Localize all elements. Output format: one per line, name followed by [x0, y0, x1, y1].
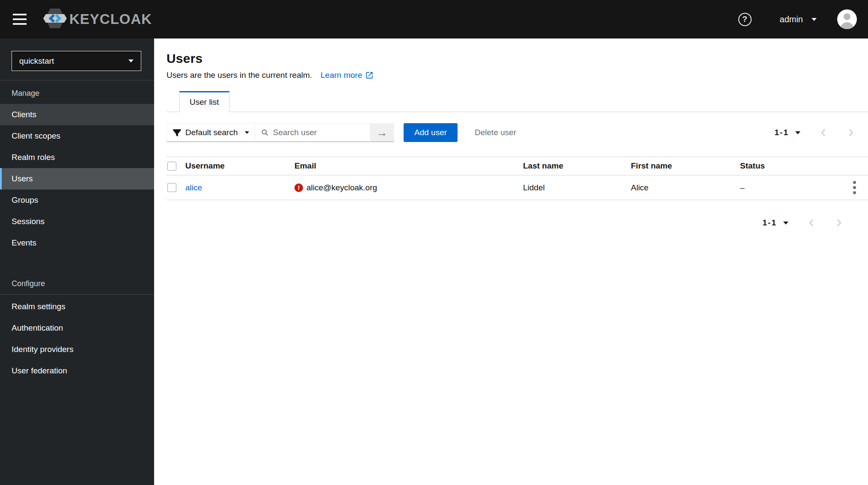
- email-cell: ! alice@keycloak.org: [294, 183, 523, 192]
- page-header: Users Users are the users in the current…: [166, 38, 868, 80]
- brand-wordmark: KEYCLOAK: [69, 11, 152, 27]
- column-header-status: Status: [740, 161, 841, 171]
- email-text: alice@keycloak.org: [306, 183, 377, 192]
- add-user-button[interactable]: Add user: [404, 123, 458, 142]
- chevron-down-icon: [245, 131, 249, 134]
- pagination-top: 1-1: [775, 128, 855, 137]
- table-row: alice ! alice@keycloak.org Liddel Alice …: [166, 175, 868, 200]
- toolbar: Default search → Add user Delete user 1-…: [166, 123, 868, 142]
- column-header-username: Username: [185, 161, 294, 171]
- masthead-left: KEYCLOAK: [11, 8, 152, 31]
- person-icon: [837, 9, 857, 29]
- username-cell: alice: [185, 183, 294, 192]
- arrow-right-icon: →: [377, 126, 388, 139]
- search-submit-button[interactable]: →: [370, 123, 394, 142]
- select-all-checkbox[interactable]: [167, 162, 176, 171]
- last-name-cell: Liddel: [523, 183, 631, 192]
- tab-bar: User list: [166, 91, 868, 112]
- sidebar-item-events[interactable]: Events: [0, 232, 154, 254]
- avatar[interactable]: [837, 9, 857, 29]
- search-input[interactable]: [273, 128, 364, 137]
- page-title: Users: [166, 51, 868, 66]
- current-username: admin: [780, 15, 803, 24]
- row-checkbox-cell: [166, 183, 185, 192]
- pagination-range: 1-1: [763, 218, 777, 228]
- pagination-bottom: 1-1: [166, 218, 868, 228]
- configure-nav-list: Realm settings Authentication Identity p…: [0, 295, 154, 381]
- nav-section-configure: Configure Realm settings Authentication …: [0, 271, 154, 381]
- masthead: KEYCLOAK ? admin: [0, 0, 868, 38]
- realm-selector-section: quickstart: [0, 38, 154, 80]
- next-page-button[interactable]: [847, 128, 855, 137]
- table-header-row: Username Email Last name First name Stat…: [166, 157, 868, 175]
- nav-section-title: Manage: [0, 80, 154, 104]
- masthead-right: ? admin: [738, 9, 857, 29]
- sidebar-item-clients[interactable]: Clients: [0, 104, 154, 125]
- previous-page-button[interactable]: [807, 219, 816, 227]
- chevron-down-icon: [128, 59, 134, 62]
- search-icon: [261, 128, 269, 137]
- column-header-email: Email: [294, 161, 523, 171]
- user-link[interactable]: alice: [185, 183, 202, 192]
- nav-toggle-hamburger-icon[interactable]: [13, 14, 27, 25]
- tab-user-list[interactable]: User list: [179, 91, 229, 112]
- chevron-right-icon: [835, 219, 843, 227]
- search-type-dropdown[interactable]: Default search: [166, 123, 256, 142]
- keycloak-logo[interactable]: KEYCLOAK: [42, 8, 152, 31]
- previous-page-button[interactable]: [819, 128, 828, 137]
- sidebar-item-user-federation[interactable]: User federation: [0, 360, 154, 381]
- chevron-right-icon: [847, 128, 855, 137]
- help-icon[interactable]: ?: [738, 13, 752, 26]
- learn-more-link[interactable]: Learn more: [321, 71, 374, 80]
- sidebar-item-authentication[interactable]: Authentication: [0, 317, 154, 339]
- keycloak-admin-console: KEYCLOAK ? admin quickstart: [0, 0, 868, 485]
- first-name-cell: Alice: [631, 183, 740, 192]
- sidebar-item-realm-settings[interactable]: Realm settings: [0, 296, 154, 317]
- delete-user-button[interactable]: Delete user: [475, 128, 516, 137]
- pagination-options-caret-icon[interactable]: [795, 131, 800, 134]
- nav-section-title: Configure: [0, 271, 154, 295]
- sidebar-item-identity-providers[interactable]: Identity providers: [0, 339, 154, 360]
- chevron-left-icon: [819, 128, 828, 137]
- manage-nav-list: Clients Client scopes Realm roles Users …: [0, 104, 154, 254]
- search-input-wrap: [256, 123, 370, 142]
- sidebar-item-client-scopes[interactable]: Client scopes: [0, 125, 154, 147]
- page-subtitle: Users are the users in the current realm…: [166, 71, 868, 80]
- row-actions-cell: [841, 178, 868, 197]
- exclamation-circle-icon: !: [294, 183, 303, 192]
- kebab-menu-icon[interactable]: [850, 178, 859, 197]
- realm-name: quickstart: [19, 56, 54, 66]
- pagination-options-caret-icon[interactable]: [783, 222, 788, 225]
- pagination-range: 1-1: [775, 128, 789, 137]
- column-header-last-name: Last name: [523, 161, 631, 171]
- external-link-icon: [365, 71, 374, 80]
- next-page-button[interactable]: [835, 219, 843, 227]
- sidebar-item-users[interactable]: Users: [0, 168, 154, 189]
- main-content: Users Users are the users in the current…: [154, 38, 868, 485]
- header-checkbox-cell: [166, 162, 185, 171]
- sidebar-item-realm-roles[interactable]: Realm roles: [0, 147, 154, 168]
- subtitle-text: Users are the users in the current realm…: [166, 71, 312, 80]
- column-header-first-name: First name: [631, 161, 740, 171]
- search-group: Default search →: [166, 123, 394, 142]
- chevron-down-icon: [812, 18, 817, 21]
- chevron-left-icon: [807, 219, 816, 227]
- status-cell: –: [740, 183, 841, 192]
- search-type-label: Default search: [185, 128, 238, 137]
- users-table: Username Email Last name First name Stat…: [166, 157, 868, 200]
- realm-selector[interactable]: quickstart: [12, 51, 141, 71]
- user-menu[interactable]: admin: [780, 15, 817, 24]
- sidebar: quickstart Manage Clients Client scopes …: [0, 38, 154, 485]
- nav-section-manage: Manage Clients Client scopes Realm roles…: [0, 80, 154, 254]
- filter-icon: [173, 129, 181, 137]
- sidebar-item-groups[interactable]: Groups: [0, 189, 154, 211]
- keycloak-logo-icon: [42, 8, 67, 31]
- row-checkbox[interactable]: [167, 183, 176, 192]
- sidebar-item-sessions[interactable]: Sessions: [0, 211, 154, 232]
